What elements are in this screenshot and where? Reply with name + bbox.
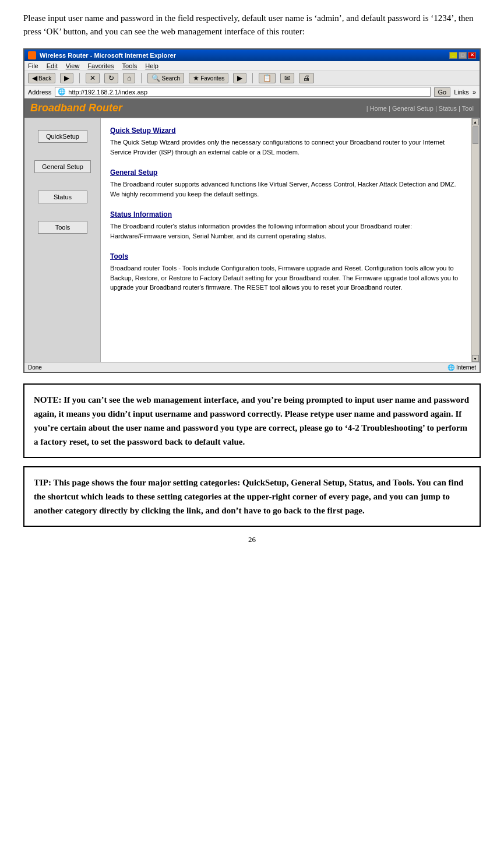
section-tools-body: Broadband router Tools - Tools include C…: [110, 263, 461, 293]
scroll-up-arrow[interactable]: ▲: [472, 118, 479, 125]
home-icon: ⌂: [127, 74, 131, 82]
menu-tools[interactable]: Tools: [122, 62, 138, 69]
refresh-button[interactable]: ↻: [104, 73, 118, 83]
sidebar-quicksetup-button[interactable]: QuickSetup: [38, 130, 87, 143]
toolbar-separator-3: [252, 73, 253, 83]
section-quick-setup-body: The Quick Setup Wizard provides only the…: [110, 138, 461, 157]
refresh-icon: ↻: [108, 74, 114, 82]
note-text: NOTE: If you can’t see the web managemen…: [34, 393, 470, 449]
menu-edit[interactable]: Edit: [47, 62, 58, 69]
router-nav: | Home | General Setup | Status | Tool: [366, 105, 474, 112]
browser-title: Wireless Router - Microsoft Internet Exp…: [40, 52, 176, 59]
router-page: Broadband Router | Home | General Setup …: [24, 98, 480, 372]
stop-icon: ✕: [90, 74, 96, 82]
back-icon: ◀: [32, 74, 37, 82]
menu-help[interactable]: Help: [145, 62, 158, 69]
section-tools: Tools Broadband router Tools - Tools inc…: [110, 252, 461, 293]
browser-statusbar: Done 🌐 Internet: [24, 362, 480, 372]
section-general-setup-body: The Broadband router supports advanced f…: [110, 179, 461, 199]
status-done: Done: [28, 364, 42, 371]
ie-icon: [28, 51, 36, 59]
intro-paragraph: Please input user name and password in t…: [23, 12, 481, 38]
search-button[interactable]: 🔍 Search: [147, 73, 184, 83]
router-body: QuickSetup General Setup Status Tools Qu…: [24, 118, 480, 362]
sidebar-status-button[interactable]: Status: [38, 191, 87, 203]
address-label: Address: [28, 89, 51, 96]
menu-favorites[interactable]: Favorites: [87, 62, 114, 69]
history-icon: 📋: [263, 74, 272, 82]
mail-button[interactable]: ✉: [280, 73, 294, 83]
scroll-down-arrow[interactable]: ▼: [472, 355, 479, 362]
minimize-button[interactable]: _: [449, 52, 457, 59]
titlebar-left: Wireless Router - Microsoft Internet Exp…: [28, 51, 176, 59]
links-chevron[interactable]: »: [473, 89, 476, 96]
search-icon: 🔍: [151, 74, 160, 82]
status-internet: 🌐 Internet: [447, 364, 476, 371]
section-status-info-body: The Broadband router's status informatio…: [110, 221, 461, 241]
browser-window: Wireless Router - Microsoft Internet Exp…: [23, 48, 481, 373]
section-general-setup: General Setup The Broadband router suppo…: [110, 168, 461, 199]
router-content: Quick Setup Wizard The Quick Setup Wizar…: [101, 118, 471, 362]
print-icon: 🖨: [303, 74, 310, 82]
forward-icon: ▶: [64, 74, 69, 82]
links-label: Links: [454, 89, 469, 96]
mail-icon: ✉: [284, 74, 290, 82]
history-button[interactable]: 📋: [259, 73, 276, 83]
forward-button[interactable]: ▶: [60, 73, 73, 83]
router-title: Broadband Router: [30, 102, 122, 114]
section-status-info-title[interactable]: Status Information: [110, 210, 461, 219]
browser-titlebar: Wireless Router - Microsoft Internet Exp…: [24, 50, 480, 61]
back-label: Back: [38, 75, 51, 82]
scrollbar[interactable]: ▲ ▼: [471, 118, 479, 362]
section-tools-title[interactable]: Tools: [110, 252, 461, 260]
search-label: Search: [161, 75, 180, 82]
menu-view[interactable]: View: [66, 62, 80, 69]
section-quick-setup: Quick Setup Wizard The Quick Setup Wizar…: [110, 126, 461, 157]
note-box: NOTE: If you can’t see the web managemen…: [23, 383, 481, 458]
router-sidebar: QuickSetup General Setup Status Tools: [25, 118, 101, 362]
titlebar-controls: _ □ ✕: [449, 52, 476, 59]
tip-text: TIP: This page shows the four major sett…: [34, 476, 470, 518]
maximize-button[interactable]: □: [459, 52, 467, 59]
stop-button[interactable]: ✕: [86, 73, 100, 83]
browser-menubar: File Edit View Favorites Tools Help: [24, 61, 480, 71]
go-button[interactable]: Go: [434, 87, 451, 97]
sidebar-generalsetup-button[interactable]: General Setup: [34, 160, 91, 173]
browser-toolbar: ◀ Back ▶ ✕ ↻ ⌂ 🔍 Search ★ Favorites ▶: [24, 71, 480, 86]
page-number: 26: [23, 535, 481, 544]
internet-label: Internet: [456, 364, 476, 371]
favorites-icon: ★: [193, 74, 199, 82]
back-button[interactable]: ◀ Back: [28, 73, 55, 83]
address-input-area[interactable]: 🌐 http://192.168.2.1/index.asp: [55, 87, 430, 97]
close-button[interactable]: ✕: [468, 52, 476, 59]
toolbar-separator-2: [141, 73, 142, 83]
internet-icon: 🌐: [447, 364, 454, 371]
section-status-info: Status Information The Broadband router'…: [110, 210, 461, 241]
favorites-label: Favorites: [200, 75, 224, 82]
favorites-button[interactable]: ★ Favorites: [189, 73, 228, 83]
section-quick-setup-title[interactable]: Quick Setup Wizard: [110, 126, 461, 135]
sidebar-tools-button[interactable]: Tools: [38, 221, 87, 234]
media-icon: ▶: [237, 74, 242, 82]
home-button[interactable]: ⌂: [123, 73, 135, 83]
router-header: Broadband Router | Home | General Setup …: [24, 98, 480, 118]
menu-file[interactable]: File: [28, 62, 38, 69]
address-url[interactable]: http://192.168.2.1/index.asp: [68, 89, 147, 96]
media-button[interactable]: ▶: [233, 73, 246, 83]
toolbar-separator-1: [79, 73, 80, 83]
print-button[interactable]: 🖨: [299, 73, 314, 83]
tip-box: TIP: This page shows the four major sett…: [23, 466, 481, 527]
scroll-thumb[interactable]: [473, 126, 478, 144]
address-icon: 🌐: [58, 88, 66, 96]
section-general-setup-title[interactable]: General Setup: [110, 168, 461, 177]
browser-address-bar: Address 🌐 http://192.168.2.1/index.asp G…: [24, 86, 480, 98]
